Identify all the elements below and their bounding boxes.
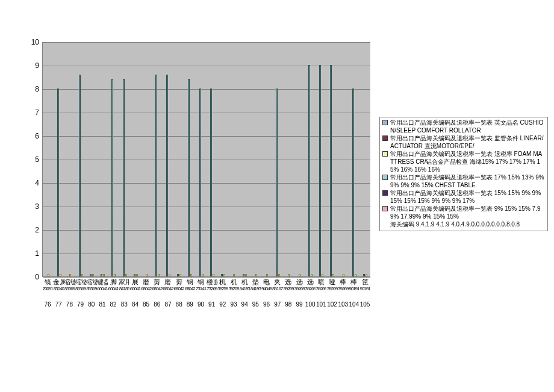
bar-group xyxy=(251,42,261,276)
x-tick-label-cn: 金属 xyxy=(53,278,64,285)
bar xyxy=(319,65,321,276)
legend-item: 常用出口产品海关编码及退税率一览表 英文品名 CUSHION/SLEEP COM… xyxy=(382,119,545,134)
bar xyxy=(48,274,49,276)
bar xyxy=(288,274,290,276)
y-tick-label: 9 xyxy=(21,62,39,69)
x-tick-label-index: 77 xyxy=(53,293,64,308)
y-tick-label: 5 xyxy=(21,156,39,163)
bar xyxy=(299,274,300,276)
bar xyxy=(266,274,268,276)
bar-group xyxy=(207,42,217,276)
bar xyxy=(146,274,148,276)
x-tick-label-index: 104 xyxy=(349,293,359,308)
legend-label: 常用出口产品海关编码及退税率一览表 监管条件 LINEAR/ACTUATOR 直… xyxy=(390,134,545,150)
x-tick-label-index: 101 xyxy=(316,293,326,308)
x-tick-label-cn: 夹 xyxy=(272,278,283,285)
x-tick-label-index: 86 xyxy=(152,293,163,308)
x-tick-label-index: 79 xyxy=(75,293,86,308)
bar xyxy=(155,75,157,276)
x-tick-label-index: 97 xyxy=(272,293,283,308)
x-tick-label-index: 89 xyxy=(184,293,195,308)
x-tick-label-cn: 键盘 xyxy=(97,278,108,285)
x-tick-label-code: 85167 xyxy=(272,285,283,293)
bar xyxy=(136,274,138,276)
x-tick-label-cn: 选 xyxy=(283,278,294,285)
bar xyxy=(123,79,125,276)
bar-group xyxy=(54,42,64,276)
x-axis: 镜金属缩缝缩缝缩缝键盘脚家用展磨剪磨剪钢钢楼面机机机垫电夹选选选喷哑棒棒筐 70… xyxy=(42,278,370,381)
bar xyxy=(177,274,179,276)
x-tick-label-index: 78 xyxy=(64,293,75,308)
bar-group xyxy=(130,42,141,276)
bar xyxy=(111,79,113,276)
bar xyxy=(69,274,71,276)
legend-swatch xyxy=(382,135,388,141)
bar-group xyxy=(283,42,294,276)
x-tick-label-code: 39269 xyxy=(316,285,326,293)
y-tick-label: 6 xyxy=(21,132,39,140)
bar-group xyxy=(75,42,86,276)
x-tick-label-cn: 镜 xyxy=(42,278,53,285)
bar xyxy=(332,274,334,276)
bar xyxy=(169,274,170,276)
bar xyxy=(81,274,83,276)
legend-extra-text: 海关编码 9.4.1.9 4.1.9 4.0.4.9.0.0.0.0.0.0.0… xyxy=(382,220,545,228)
bar-group xyxy=(272,42,283,276)
bar xyxy=(101,274,102,276)
bar xyxy=(92,274,94,276)
bar xyxy=(366,274,367,276)
legend-label: 常用出口产品海关编码及退税率一览表 15% 15% 9% 9% 15% 15% … xyxy=(390,189,545,205)
y-tick-label: 10 xyxy=(21,39,39,46)
x-tick-label-index: 99 xyxy=(294,293,305,308)
x-tick-label-code: 90191 xyxy=(349,285,359,293)
x-tick-label-cn: 棒 xyxy=(349,278,359,285)
x-tick-label-cn: 展 xyxy=(129,278,140,285)
x-tick-label-code: 39269 xyxy=(338,285,349,293)
legend-label: 常用出口产品海关编码及退税率一览表 退税率 FOAM MATTRESS CR/铝… xyxy=(390,150,545,173)
x-tick-label-cn: 缩缝 xyxy=(64,278,75,285)
x-tick-label-index: 103 xyxy=(338,293,349,308)
x-tick-label-cn: 缩缝 xyxy=(86,278,97,285)
x-tick-label-cn: 磨 xyxy=(163,278,173,285)
x-tick-label-code: 60041 xyxy=(129,285,140,293)
x-tick-label-index: 88 xyxy=(173,293,184,308)
y-tick-label: 4 xyxy=(21,179,39,187)
x-tick-label-index: 102 xyxy=(326,293,337,308)
y-tick-label: 7 xyxy=(21,109,39,116)
x-tick-label-code: 84193 xyxy=(250,285,261,293)
x-tick-label-code: 68042 xyxy=(152,285,163,293)
x-tick-label-cn: 机 xyxy=(239,278,250,285)
legend-item: 常用出口产品海关编码及退税率一览表 9% 15% 15% 7.99% 17.99… xyxy=(382,205,545,220)
x-tick-label-index: 87 xyxy=(163,293,173,308)
x-tick-label-index: 98 xyxy=(283,293,294,308)
bar xyxy=(79,75,81,276)
x-tick-label-code: 68042 xyxy=(173,285,184,293)
x-tick-label-code: 73141 xyxy=(195,285,206,293)
bar xyxy=(125,274,127,276)
x-tick-label-cn: 选 xyxy=(305,278,316,285)
bar xyxy=(322,274,323,276)
bar xyxy=(308,65,310,276)
x-tick-label-code: 68042 xyxy=(163,285,173,293)
x-tick-label-cn: 钢 xyxy=(195,278,206,285)
legend-label: 常用出口产品海关编码及退税率一览表 17% 15% 13% 9% 9% 9% 9… xyxy=(390,173,545,189)
bar-group xyxy=(349,42,359,276)
x-tick-label-cn: 喷 xyxy=(316,278,326,285)
x-tick-label-cn: 电 xyxy=(261,278,272,285)
bar-group xyxy=(141,42,152,276)
x-tick-label-index: 80 xyxy=(86,293,97,308)
x-tick-label-index: 91 xyxy=(207,293,217,308)
bar-series xyxy=(43,42,370,276)
y-tick-label: 2 xyxy=(21,226,39,234)
bar-group xyxy=(185,42,196,276)
x-tick-label-cn: 钢 xyxy=(184,278,195,285)
x-tick-label-index: 82 xyxy=(108,293,119,308)
bar-group xyxy=(163,42,174,276)
x-tick-label-code: 85369 xyxy=(86,285,97,293)
x-tick-label-index: 105 xyxy=(359,293,370,308)
legend-item: 常用出口产品海关编码及退税率一览表 监管条件 LINEAR/ACTUATOR 直… xyxy=(382,134,545,150)
x-tick-label-index: 94 xyxy=(239,293,250,308)
x-tick-label-index: 95 xyxy=(250,293,261,308)
bar-group xyxy=(359,42,370,276)
bar-group xyxy=(64,42,75,276)
